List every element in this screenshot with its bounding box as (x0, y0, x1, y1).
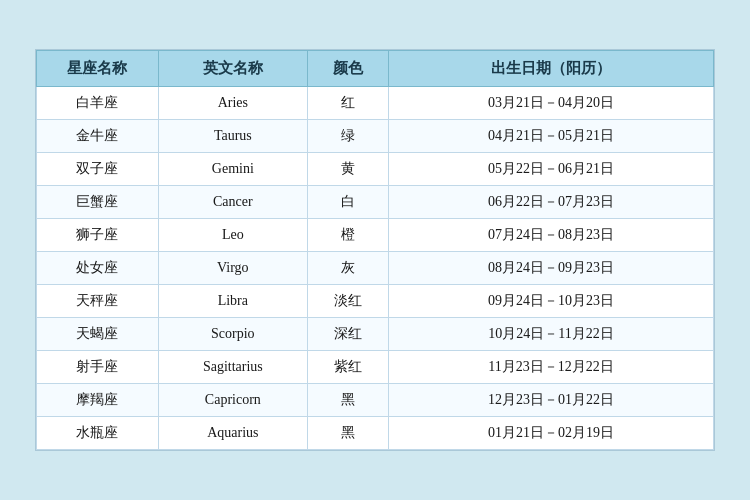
cell-date: 05月22日－06月21日 (389, 153, 714, 186)
table-row: 双子座Gemini黄05月22日－06月21日 (37, 153, 714, 186)
cell-zh: 射手座 (37, 351, 159, 384)
cell-color: 白 (307, 186, 388, 219)
zodiac-table-container: 星座名称 英文名称 颜色 出生日期（阳历） 白羊座Aries红03月21日－04… (35, 49, 715, 451)
cell-zh: 狮子座 (37, 219, 159, 252)
cell-en: Sagittarius (158, 351, 307, 384)
cell-date: 12月23日－01月22日 (389, 384, 714, 417)
cell-color: 红 (307, 87, 388, 120)
table-header-row: 星座名称 英文名称 颜色 出生日期（阳历） (37, 51, 714, 87)
zodiac-table: 星座名称 英文名称 颜色 出生日期（阳历） 白羊座Aries红03月21日－04… (36, 50, 714, 450)
cell-date: 11月23日－12月22日 (389, 351, 714, 384)
cell-zh: 天蝎座 (37, 318, 159, 351)
cell-color: 黄 (307, 153, 388, 186)
cell-color: 紫红 (307, 351, 388, 384)
cell-en: Scorpio (158, 318, 307, 351)
cell-zh: 巨蟹座 (37, 186, 159, 219)
cell-date: 04月21日－05月21日 (389, 120, 714, 153)
cell-date: 09月24日－10月23日 (389, 285, 714, 318)
table-row: 处女座Virgo灰08月24日－09月23日 (37, 252, 714, 285)
table-row: 天秤座Libra淡红09月24日－10月23日 (37, 285, 714, 318)
table-row: 巨蟹座Cancer白06月22日－07月23日 (37, 186, 714, 219)
cell-color: 深红 (307, 318, 388, 351)
cell-color: 橙 (307, 219, 388, 252)
cell-date: 01月21日－02月19日 (389, 417, 714, 450)
cell-date: 03月21日－04月20日 (389, 87, 714, 120)
table-row: 水瓶座Aquarius黑01月21日－02月19日 (37, 417, 714, 450)
cell-color: 绿 (307, 120, 388, 153)
cell-en: Leo (158, 219, 307, 252)
cell-zh: 双子座 (37, 153, 159, 186)
cell-en: Virgo (158, 252, 307, 285)
table-row: 金牛座Taurus绿04月21日－05月21日 (37, 120, 714, 153)
cell-en: Gemini (158, 153, 307, 186)
cell-date: 06月22日－07月23日 (389, 186, 714, 219)
header-date: 出生日期（阳历） (389, 51, 714, 87)
cell-zh: 天秤座 (37, 285, 159, 318)
header-en: 英文名称 (158, 51, 307, 87)
cell-color: 灰 (307, 252, 388, 285)
table-row: 摩羯座Capricorn黑12月23日－01月22日 (37, 384, 714, 417)
header-color: 颜色 (307, 51, 388, 87)
cell-color: 黑 (307, 417, 388, 450)
header-zh: 星座名称 (37, 51, 159, 87)
cell-en: Taurus (158, 120, 307, 153)
cell-en: Aquarius (158, 417, 307, 450)
cell-en: Libra (158, 285, 307, 318)
cell-date: 08月24日－09月23日 (389, 252, 714, 285)
table-row: 白羊座Aries红03月21日－04月20日 (37, 87, 714, 120)
table-row: 狮子座Leo橙07月24日－08月23日 (37, 219, 714, 252)
table-body: 白羊座Aries红03月21日－04月20日金牛座Taurus绿04月21日－0… (37, 87, 714, 450)
table-row: 射手座Sagittarius紫红11月23日－12月22日 (37, 351, 714, 384)
cell-zh: 摩羯座 (37, 384, 159, 417)
cell-zh: 水瓶座 (37, 417, 159, 450)
cell-en: Capricorn (158, 384, 307, 417)
cell-zh: 处女座 (37, 252, 159, 285)
cell-color: 黑 (307, 384, 388, 417)
table-row: 天蝎座Scorpio深红10月24日－11月22日 (37, 318, 714, 351)
cell-date: 10月24日－11月22日 (389, 318, 714, 351)
cell-date: 07月24日－08月23日 (389, 219, 714, 252)
cell-zh: 白羊座 (37, 87, 159, 120)
cell-color: 淡红 (307, 285, 388, 318)
cell-zh: 金牛座 (37, 120, 159, 153)
cell-en: Aries (158, 87, 307, 120)
cell-en: Cancer (158, 186, 307, 219)
